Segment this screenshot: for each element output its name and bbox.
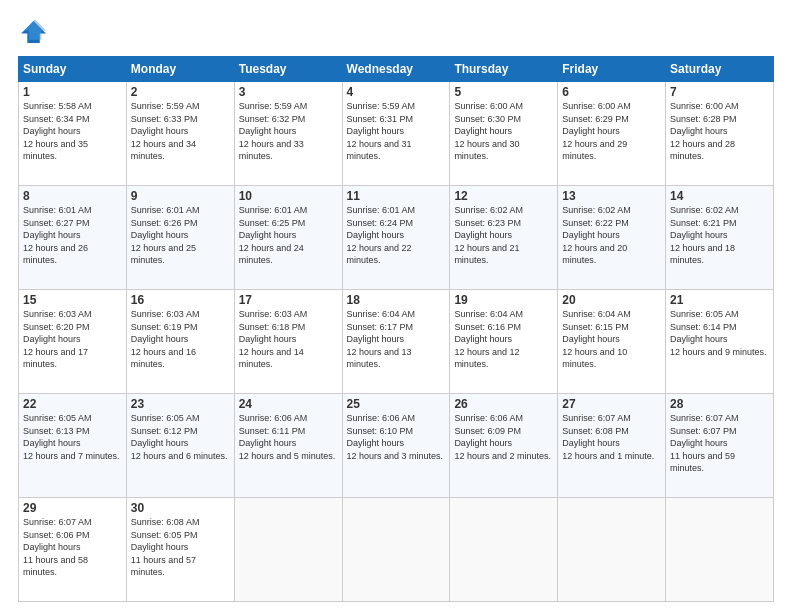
calendar-cell: 21 Sunrise: 6:05 AM Sunset: 6:14 PM Dayl… xyxy=(666,290,774,394)
day-info: Sunrise: 6:04 AM Sunset: 6:17 PM Dayligh… xyxy=(347,308,446,371)
day-number: 2 xyxy=(131,85,230,99)
day-number: 8 xyxy=(23,189,122,203)
calendar-cell: 20 Sunrise: 6:04 AM Sunset: 6:15 PM Dayl… xyxy=(558,290,666,394)
day-info: Sunrise: 6:06 AM Sunset: 6:11 PM Dayligh… xyxy=(239,412,338,462)
day-info: Sunrise: 6:07 AM Sunset: 6:06 PM Dayligh… xyxy=(23,516,122,579)
day-info: Sunrise: 6:05 AM Sunset: 6:14 PM Dayligh… xyxy=(670,308,769,358)
day-number: 5 xyxy=(454,85,553,99)
calendar-cell: 8 Sunrise: 6:01 AM Sunset: 6:27 PM Dayli… xyxy=(19,186,127,290)
day-number: 9 xyxy=(131,189,230,203)
calendar-cell: 7 Sunrise: 6:00 AM Sunset: 6:28 PM Dayli… xyxy=(666,82,774,186)
calendar-day-header: Wednesday xyxy=(342,57,450,82)
day-number: 26 xyxy=(454,397,553,411)
day-info: Sunrise: 6:01 AM Sunset: 6:24 PM Dayligh… xyxy=(347,204,446,267)
calendar-cell: 23 Sunrise: 6:05 AM Sunset: 6:12 PM Dayl… xyxy=(126,394,234,498)
calendar-day-header: Monday xyxy=(126,57,234,82)
day-info: Sunrise: 6:03 AM Sunset: 6:20 PM Dayligh… xyxy=(23,308,122,371)
day-info: Sunrise: 6:02 AM Sunset: 6:22 PM Dayligh… xyxy=(562,204,661,267)
day-info: Sunrise: 6:08 AM Sunset: 6:05 PM Dayligh… xyxy=(131,516,230,579)
day-number: 13 xyxy=(562,189,661,203)
day-number: 12 xyxy=(454,189,553,203)
day-number: 29 xyxy=(23,501,122,515)
calendar-cell: 3 Sunrise: 5:59 AM Sunset: 6:32 PM Dayli… xyxy=(234,82,342,186)
day-info: Sunrise: 6:06 AM Sunset: 6:10 PM Dayligh… xyxy=(347,412,446,462)
day-info: Sunrise: 6:03 AM Sunset: 6:18 PM Dayligh… xyxy=(239,308,338,371)
calendar-cell: 16 Sunrise: 6:03 AM Sunset: 6:19 PM Dayl… xyxy=(126,290,234,394)
calendar-week-row: 1 Sunrise: 5:58 AM Sunset: 6:34 PM Dayli… xyxy=(19,82,774,186)
calendar-cell: 15 Sunrise: 6:03 AM Sunset: 6:20 PM Dayl… xyxy=(19,290,127,394)
calendar-week-row: 15 Sunrise: 6:03 AM Sunset: 6:20 PM Dayl… xyxy=(19,290,774,394)
calendar-cell: 2 Sunrise: 5:59 AM Sunset: 6:33 PM Dayli… xyxy=(126,82,234,186)
day-number: 19 xyxy=(454,293,553,307)
day-number: 20 xyxy=(562,293,661,307)
calendar-cell: 28 Sunrise: 6:07 AM Sunset: 6:07 PM Dayl… xyxy=(666,394,774,498)
day-number: 1 xyxy=(23,85,122,99)
calendar-cell: 14 Sunrise: 6:02 AM Sunset: 6:21 PM Dayl… xyxy=(666,186,774,290)
calendar-cell: 5 Sunrise: 6:00 AM Sunset: 6:30 PM Dayli… xyxy=(450,82,558,186)
calendar-cell: 18 Sunrise: 6:04 AM Sunset: 6:17 PM Dayl… xyxy=(342,290,450,394)
day-info: Sunrise: 6:02 AM Sunset: 6:21 PM Dayligh… xyxy=(670,204,769,267)
calendar-cell: 19 Sunrise: 6:04 AM Sunset: 6:16 PM Dayl… xyxy=(450,290,558,394)
logo xyxy=(18,18,50,46)
calendar-table: SundayMondayTuesdayWednesdayThursdayFrid… xyxy=(18,56,774,602)
calendar-day-header: Saturday xyxy=(666,57,774,82)
day-number: 28 xyxy=(670,397,769,411)
calendar-cell: 30 Sunrise: 6:08 AM Sunset: 6:05 PM Dayl… xyxy=(126,498,234,602)
calendar-week-row: 29 Sunrise: 6:07 AM Sunset: 6:06 PM Dayl… xyxy=(19,498,774,602)
calendar-header-row: SundayMondayTuesdayWednesdayThursdayFrid… xyxy=(19,57,774,82)
day-number: 17 xyxy=(239,293,338,307)
day-info: Sunrise: 6:05 AM Sunset: 6:12 PM Dayligh… xyxy=(131,412,230,462)
calendar-cell xyxy=(450,498,558,602)
calendar-cell xyxy=(342,498,450,602)
day-info: Sunrise: 6:01 AM Sunset: 6:25 PM Dayligh… xyxy=(239,204,338,267)
day-info: Sunrise: 6:07 AM Sunset: 6:07 PM Dayligh… xyxy=(670,412,769,475)
calendar-cell: 4 Sunrise: 5:59 AM Sunset: 6:31 PM Dayli… xyxy=(342,82,450,186)
day-number: 22 xyxy=(23,397,122,411)
day-info: Sunrise: 6:02 AM Sunset: 6:23 PM Dayligh… xyxy=(454,204,553,267)
day-number: 18 xyxy=(347,293,446,307)
calendar-cell: 12 Sunrise: 6:02 AM Sunset: 6:23 PM Dayl… xyxy=(450,186,558,290)
day-number: 24 xyxy=(239,397,338,411)
calendar-day-header: Sunday xyxy=(19,57,127,82)
day-number: 21 xyxy=(670,293,769,307)
day-info: Sunrise: 6:06 AM Sunset: 6:09 PM Dayligh… xyxy=(454,412,553,462)
day-info: Sunrise: 5:59 AM Sunset: 6:32 PM Dayligh… xyxy=(239,100,338,163)
day-info: Sunrise: 6:00 AM Sunset: 6:29 PM Dayligh… xyxy=(562,100,661,163)
day-info: Sunrise: 6:01 AM Sunset: 6:27 PM Dayligh… xyxy=(23,204,122,267)
calendar-cell: 1 Sunrise: 5:58 AM Sunset: 6:34 PM Dayli… xyxy=(19,82,127,186)
calendar-cell: 27 Sunrise: 6:07 AM Sunset: 6:08 PM Dayl… xyxy=(558,394,666,498)
day-info: Sunrise: 6:01 AM Sunset: 6:26 PM Dayligh… xyxy=(131,204,230,267)
calendar-day-header: Thursday xyxy=(450,57,558,82)
day-info: Sunrise: 6:00 AM Sunset: 6:28 PM Dayligh… xyxy=(670,100,769,163)
day-number: 25 xyxy=(347,397,446,411)
day-info: Sunrise: 6:04 AM Sunset: 6:16 PM Dayligh… xyxy=(454,308,553,371)
calendar-cell: 9 Sunrise: 6:01 AM Sunset: 6:26 PM Dayli… xyxy=(126,186,234,290)
day-number: 3 xyxy=(239,85,338,99)
day-number: 15 xyxy=(23,293,122,307)
logo-icon xyxy=(18,18,46,46)
day-number: 10 xyxy=(239,189,338,203)
calendar-cell: 6 Sunrise: 6:00 AM Sunset: 6:29 PM Dayli… xyxy=(558,82,666,186)
day-info: Sunrise: 5:59 AM Sunset: 6:33 PM Dayligh… xyxy=(131,100,230,163)
calendar-cell xyxy=(666,498,774,602)
calendar-day-header: Friday xyxy=(558,57,666,82)
day-number: 27 xyxy=(562,397,661,411)
calendar-cell xyxy=(558,498,666,602)
day-info: Sunrise: 5:58 AM Sunset: 6:34 PM Dayligh… xyxy=(23,100,122,163)
page: SundayMondayTuesdayWednesdayThursdayFrid… xyxy=(0,0,792,612)
calendar-cell: 26 Sunrise: 6:06 AM Sunset: 6:09 PM Dayl… xyxy=(450,394,558,498)
day-number: 6 xyxy=(562,85,661,99)
day-info: Sunrise: 6:05 AM Sunset: 6:13 PM Dayligh… xyxy=(23,412,122,462)
day-info: Sunrise: 6:00 AM Sunset: 6:30 PM Dayligh… xyxy=(454,100,553,163)
calendar-cell: 13 Sunrise: 6:02 AM Sunset: 6:22 PM Dayl… xyxy=(558,186,666,290)
header xyxy=(18,18,774,46)
calendar-cell: 29 Sunrise: 6:07 AM Sunset: 6:06 PM Dayl… xyxy=(19,498,127,602)
day-number: 11 xyxy=(347,189,446,203)
calendar-cell: 17 Sunrise: 6:03 AM Sunset: 6:18 PM Dayl… xyxy=(234,290,342,394)
calendar-cell: 25 Sunrise: 6:06 AM Sunset: 6:10 PM Dayl… xyxy=(342,394,450,498)
calendar-cell: 24 Sunrise: 6:06 AM Sunset: 6:11 PM Dayl… xyxy=(234,394,342,498)
day-number: 16 xyxy=(131,293,230,307)
calendar-day-header: Tuesday xyxy=(234,57,342,82)
day-number: 7 xyxy=(670,85,769,99)
day-info: Sunrise: 6:03 AM Sunset: 6:19 PM Dayligh… xyxy=(131,308,230,371)
